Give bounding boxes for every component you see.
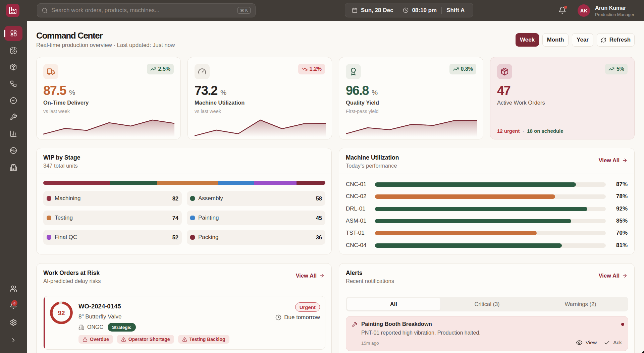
svg-text:92: 92 xyxy=(58,309,65,316)
